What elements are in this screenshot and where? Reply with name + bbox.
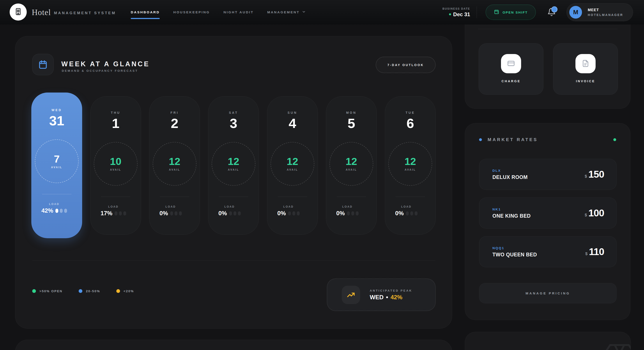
day-divider <box>396 197 425 197</box>
action-label: INVOICE <box>576 79 595 83</box>
load-dot <box>415 211 418 215</box>
rate-code: NK1 <box>492 207 531 211</box>
currency-symbol: $ <box>585 251 588 256</box>
load-dot <box>170 211 173 215</box>
load-dot <box>114 211 118 215</box>
nav-item[interactable]: NIGHT AUDIT <box>224 10 254 14</box>
user-name: MEET <box>588 8 599 12</box>
legend-dot <box>116 289 120 293</box>
seven-day-outlook-button[interactable]: 7-DAY OUTLOOK <box>376 57 436 73</box>
hotel-logo[interactable] <box>10 3 27 20</box>
load-percent: 42% <box>42 207 53 214</box>
load-percent: 0% <box>160 210 168 217</box>
load-dot <box>60 209 63 213</box>
day-card[interactable]: FRI 2 12 AVAIL LOAD 0% <box>149 96 200 235</box>
availability-circle: 12 AVAIL <box>153 142 196 186</box>
brand: Hotel MANAGEMENT SYSTEM <box>32 0 116 24</box>
invoice-icon <box>581 59 590 68</box>
action-icon-container <box>576 54 596 73</box>
action-label: CHARGE <box>502 79 521 83</box>
section-title: WEEK AT A GLANCE <box>61 60 150 68</box>
load-percent: 0% <box>277 210 286 217</box>
week-at-a-glance-card: WEEK AT A GLANCE DEMAND & OCCUPANCY FORE… <box>15 36 452 329</box>
status-dot <box>449 13 451 15</box>
nav-menu: DASHBOARD HOUSEKEEPING NIGHT AUDIT MANAG… <box>131 0 306 24</box>
nav-item[interactable]: MANAGEMENT <box>267 10 306 15</box>
day-name: FRI <box>170 111 179 114</box>
price-amount: 150 <box>588 169 604 180</box>
day-card[interactable]: TUE 6 12 AVAIL LOAD 0% <box>385 96 436 235</box>
load-label: LOAD <box>218 205 241 208</box>
load-block: LOAD 0% <box>218 205 241 217</box>
notifications-button[interactable] <box>547 8 556 17</box>
load-dot <box>406 211 409 215</box>
load-dot <box>64 209 67 213</box>
user-menu[interactable]: M MEET HOTELMANAGER <box>566 3 633 21</box>
peak-day: WED <box>370 294 384 301</box>
quick-action-tile[interactable]: INVOICE <box>553 43 618 95</box>
day-date: 4 <box>289 117 296 130</box>
rate-row: NK1 ONE KING BED $ 100 <box>479 197 616 229</box>
load-dot <box>297 211 300 215</box>
day-card[interactable]: SAT 3 12 AVAIL LOAD 0% <box>208 96 259 235</box>
load-label: LOAD <box>160 205 182 208</box>
day-name: TUE <box>406 111 415 114</box>
top-nav: Hotel MANAGEMENT SYSTEM DASHBOARD HOUSEK… <box>0 0 644 24</box>
market-rates-title: MARKET RATES <box>488 137 538 142</box>
day-date: 3 <box>230 117 237 130</box>
day-card[interactable]: SUN 4 12 AVAIL LOAD 0% <box>267 96 318 235</box>
rate-row: NQQ1 TWO QUEEN BED $ 110 <box>479 236 616 267</box>
load-block: LOAD 42% <box>42 202 67 214</box>
legend-dot <box>32 289 36 293</box>
card-divider <box>478 29 618 29</box>
day-card[interactable]: WED 31 7 AVAIL LOAD 42% <box>31 93 82 238</box>
bell-icon <box>547 14 556 17</box>
load-label: LOAD <box>395 205 418 208</box>
day-date: 2 <box>171 117 178 130</box>
building-icon <box>14 7 22 17</box>
avail-label: AVAIL <box>51 166 62 169</box>
load-dot <box>179 211 182 215</box>
day-date: 6 <box>406 117 414 130</box>
business-date-value: Dec 31 <box>453 11 470 17</box>
nav-item[interactable]: HOUSEKEEPING <box>173 10 210 14</box>
avail-label: AVAIL <box>287 168 298 171</box>
day-divider <box>160 197 189 197</box>
notification-badge <box>551 6 558 12</box>
business-date: BUSINESS DATE Dec 31 <box>442 7 470 17</box>
chevron-down-icon <box>302 10 306 15</box>
day-divider <box>42 194 72 194</box>
load-dot <box>229 211 232 215</box>
manage-pricing-button[interactable]: MANAGE PRICING <box>479 283 616 303</box>
load-dot <box>174 211 178 215</box>
avail-count: 7 <box>54 154 60 164</box>
header-dot-blue <box>479 138 482 141</box>
availability-circle: 12 AVAIL <box>330 142 373 186</box>
load-dot <box>356 211 358 215</box>
user-role: HOTELMANAGER <box>588 13 623 17</box>
load-label: LOAD <box>277 205 300 208</box>
day-date: 1 <box>112 117 120 130</box>
load-dot <box>288 211 291 215</box>
peak-percent: 42% <box>390 294 402 301</box>
load-dot <box>410 211 413 215</box>
availability-circle: 12 AVAIL <box>212 142 256 186</box>
hotel-management-dashboard: Hotel MANAGEMENT SYSTEM DASHBOARD HOUSEK… <box>0 0 644 350</box>
open-shift-button[interactable]: OPEN SHIFT <box>486 4 536 20</box>
day-card[interactable]: THU 1 10 AVAIL LOAD 17% <box>90 96 141 235</box>
rate-price: $ 110 <box>585 246 604 257</box>
quick-action-tile[interactable]: CHARGE <box>478 43 544 95</box>
rate-price: $ 100 <box>585 207 604 219</box>
load-label: LOAD <box>100 205 126 208</box>
nav-item[interactable]: DASHBOARD <box>131 10 160 14</box>
rate-code: DLX <box>492 169 528 172</box>
currency-symbol: $ <box>585 213 587 217</box>
days-row: WED 31 7 AVAIL LOAD 42% <box>31 93 437 238</box>
anticipated-peak-card: ANTICIPATED PEAK WED 42% <box>327 278 436 311</box>
avail-count: 10 <box>110 156 121 167</box>
legend-label: 20-50% <box>86 289 100 293</box>
availability-circle: 12 AVAIL <box>270 142 314 186</box>
rate-name: TWO QUEEN BED <box>492 252 537 258</box>
day-card[interactable]: MON 5 12 AVAIL LOAD 0% <box>326 96 377 235</box>
legend-label: <20% <box>124 289 134 293</box>
